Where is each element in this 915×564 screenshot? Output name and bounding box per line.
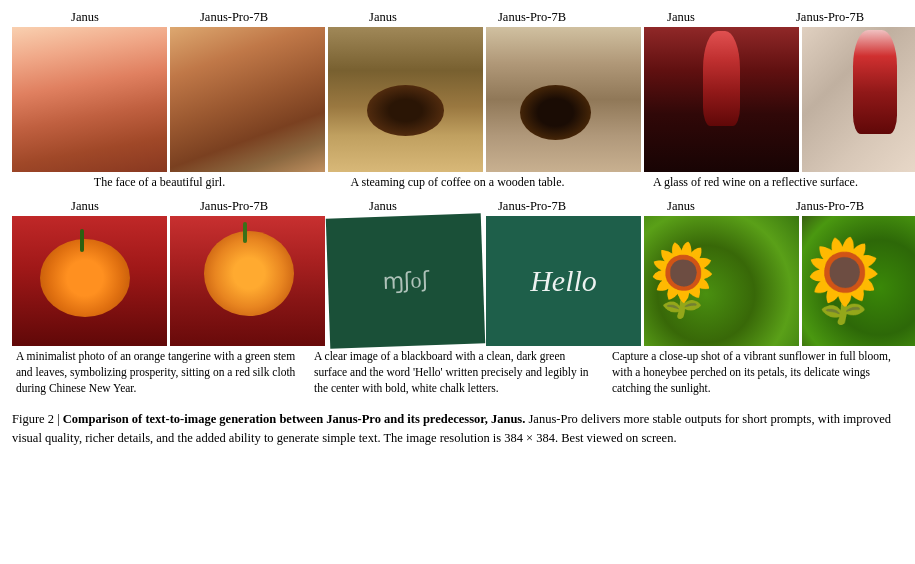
col-label-r2-pro-3: Janus-Pro-7B <box>757 199 903 214</box>
col-label-r2-janus-1: Janus <box>12 199 158 214</box>
col-label-pro-3: Janus-Pro-7B <box>757 10 903 25</box>
coffee-image-pair <box>328 27 641 172</box>
caption-row-2: A minimalist photo of an orange tangerin… <box>12 346 903 398</box>
board-pro-image: Hello <box>486 216 641 346</box>
col-label-r2-pro-2: Janus-Pro-7B <box>459 199 605 214</box>
caption-wine: A glass of red wine on a reflective surf… <box>608 172 903 193</box>
caption-coffee: A steaming cup of coffee on a wooden tab… <box>310 172 605 193</box>
caption-sunflower: Capture a close-up shot of a vibrant sun… <box>608 346 903 398</box>
orange-pro-image <box>170 216 325 346</box>
sunflower-janus-image: 🌻 <box>644 216 799 346</box>
figure-bold: Comparison of text-to-image generation b… <box>63 412 526 426</box>
girl-pro-image <box>170 27 325 172</box>
caption-orange: A minimalist photo of an orange tangerin… <box>12 346 307 398</box>
label-pair-r2-2: Janus Janus-Pro-7B <box>310 199 605 214</box>
girl-janus-image <box>12 27 167 172</box>
sunflower-pro-image: 🌻 <box>802 216 915 346</box>
label-pair-r2-1: Janus Janus-Pro-7B <box>12 199 307 214</box>
orange-image-pair <box>12 216 325 346</box>
wine-image-pair <box>644 27 915 172</box>
caption-board: A clear image of a blackboard with a cle… <box>310 346 605 398</box>
col-label-janus-1: Janus <box>12 10 158 25</box>
caption-row-1: The face of a beautiful girl. A steaming… <box>12 172 903 193</box>
board-janus-image: ɱʃoʃ <box>326 213 485 348</box>
board-image-pair: ɱʃoʃ Hello <box>328 216 641 346</box>
wine-janus-image <box>644 27 799 172</box>
caption-girl: The face of a beautiful girl. <box>12 172 307 193</box>
label-pair-2: Janus Janus-Pro-7B <box>310 10 605 25</box>
coffee-janus-image <box>328 27 483 172</box>
col-label-r2-janus-3: Janus <box>608 199 754 214</box>
col-label-r2-pro-1: Janus-Pro-7B <box>161 199 307 214</box>
col-label-pro-2: Janus-Pro-7B <box>459 10 605 25</box>
column-labels-row2: Janus Janus-Pro-7B Janus Janus-Pro-7B Ja… <box>12 199 903 214</box>
label-pair-r2-3: Janus Janus-Pro-7B <box>608 199 903 214</box>
image-row-2: ɱʃoʃ Hello 🌻 🌻 <box>12 216 903 346</box>
coffee-pro-image <box>486 27 641 172</box>
figure-label: Figure 2 | <box>12 412 63 426</box>
label-pair-1: Janus Janus-Pro-7B <box>12 10 307 25</box>
col-label-pro-1: Janus-Pro-7B <box>161 10 307 25</box>
col-label-janus-2: Janus <box>310 10 456 25</box>
column-labels-row1: Janus Janus-Pro-7B Janus Janus-Pro-7B Ja… <box>12 10 903 25</box>
figure-caption: Figure 2 | Comparison of text-to-image g… <box>12 406 903 449</box>
col-label-r2-janus-2: Janus <box>310 199 456 214</box>
girl-image-pair <box>12 27 325 172</box>
wine-pro-image <box>802 27 915 172</box>
orange-janus-image <box>12 216 167 346</box>
label-pair-3: Janus Janus-Pro-7B <box>608 10 903 25</box>
col-label-janus-3: Janus <box>608 10 754 25</box>
image-row-1 <box>12 27 903 172</box>
sunflower-image-pair: 🌻 🌻 <box>644 216 915 346</box>
